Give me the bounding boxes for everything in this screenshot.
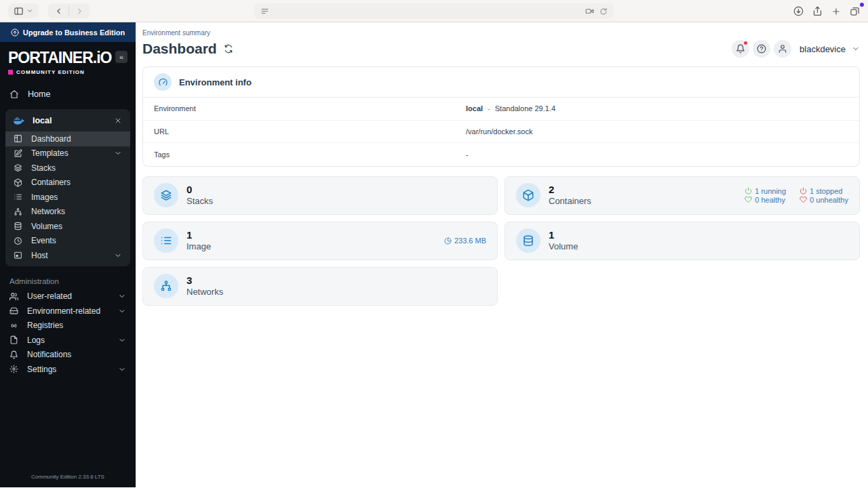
forward-button[interactable] [69, 3, 90, 18]
sidebar-item-environment-related[interactable]: Environment-related [0, 304, 136, 319]
images-label: Image [186, 241, 211, 252]
images-icon [14, 192, 22, 201]
edition-row: COMMUNITY EDITION [0, 66, 136, 75]
sidebar-item-registries[interactable]: Registries [0, 319, 136, 333]
address-bar[interactable] [254, 3, 614, 19]
stacks-icon [160, 189, 172, 201]
downloads-icon[interactable] [793, 6, 804, 16]
volumes-card[interactable]: 1 Volume [505, 222, 860, 260]
sidebar-item-label: Containers [31, 178, 71, 187]
containers-count: 2 [549, 184, 591, 196]
heart-icon [800, 196, 807, 203]
images-card[interactable]: 1 Image 233.6 MB [142, 222, 498, 260]
networks-count: 3 [186, 274, 223, 287]
help-button[interactable] [753, 40, 770, 58]
containers-card[interactable]: 2 Containers 1 running 1 stopped 0 healt… [505, 176, 860, 215]
refresh-icon[interactable] [224, 44, 233, 54]
healthy-stat[interactable]: 0 healthy [745, 196, 786, 204]
sidebar-item-settings[interactable]: Settings [0, 362, 136, 377]
networks-icon-circle [154, 274, 178, 298]
sidebar-item-label: Home [28, 89, 50, 99]
running-stat[interactable]: 1 running [745, 187, 786, 195]
sidebar-toggle-button[interactable] [8, 3, 39, 18]
tags-value: - [466, 150, 469, 159]
stacks-card[interactable]: 0 Stacks [142, 176, 498, 215]
notification-badge [743, 41, 748, 45]
stopped-stat[interactable]: 1 stopped [800, 187, 848, 195]
sidebar-item-host[interactable]: Host [5, 248, 130, 263]
sidebar-item-logs[interactable]: Logs [0, 333, 136, 348]
user-avatar[interactable] [774, 40, 791, 58]
sidebar-item-label: Networks [31, 207, 65, 216]
home-icon [9, 89, 19, 99]
sidebar-item-dashboard[interactable]: Dashboard [5, 131, 130, 146]
sidebar-item-label: Volumes [31, 222, 62, 231]
networks-label: Networks [186, 287, 223, 298]
upgrade-banner[interactable]: Upgrade to Business Edition [0, 22, 136, 42]
main-content: Environment summary Dashboard blackdevic… [136, 22, 868, 487]
stat-label: 0 unhealthy [810, 196, 848, 204]
sidebar-item-volumes[interactable]: Volumes [5, 219, 130, 234]
containers-icon [14, 178, 22, 187]
chevron-down-icon [118, 336, 126, 344]
networks-card[interactable]: 3 Networks [142, 267, 498, 306]
sidebar-item-images[interactable]: Images [5, 190, 130, 205]
tab-overview-icon[interactable] [850, 6, 860, 16]
environment-name-value: local [466, 104, 483, 113]
stacks-label: Stacks [186, 196, 213, 207]
environment-section: local Dashboard Templates Stacks Contain… [5, 109, 130, 266]
reload-icon[interactable] [599, 7, 608, 16]
containers-icon-circle [516, 183, 540, 207]
info-row-tags: Tags - [143, 143, 859, 166]
sidebar-item-containers[interactable]: Containers [5, 176, 130, 190]
url-value: /var/run/docker.sock [466, 127, 532, 136]
environment-header[interactable]: local [5, 109, 130, 131]
sidebar-collapse-button[interactable]: « [115, 51, 127, 63]
notifications-button[interactable] [732, 40, 749, 58]
chevron-down-icon [118, 307, 126, 315]
stacks-count: 0 [186, 184, 213, 196]
new-tab-icon[interactable] [831, 7, 841, 16]
power-icon [745, 187, 752, 195]
sidebar-item-label: Environment-related [27, 306, 100, 316]
help-icon [757, 44, 766, 54]
version-footer: Community Edition 2.33.6 LTS [0, 474, 136, 487]
sidebar-item-user-related[interactable]: User-related [0, 289, 136, 304]
sidebar-item-label: Settings [27, 365, 56, 374]
chevron-down-icon [26, 7, 33, 14]
upgrade-banner-label: Upgrade to Business Edition [23, 28, 125, 37]
sidebar-item-networks[interactable]: Networks [5, 205, 130, 220]
sidebar-item-home[interactable]: Home [0, 87, 136, 102]
share-icon[interactable] [812, 6, 823, 16]
sidebar-item-events[interactable]: Events [5, 234, 130, 249]
back-button[interactable] [48, 3, 68, 18]
environment-info-panel: Environment info Environment local - Sta… [142, 66, 860, 167]
size-label: 233.6 MB [454, 237, 486, 245]
sidebar-item-label: Events [31, 236, 56, 245]
toolbar-actions [793, 0, 860, 22]
close-icon[interactable] [114, 117, 122, 125]
unhealthy-stat[interactable]: 0 unhealthy [800, 196, 848, 204]
dashboard-icon [14, 134, 22, 143]
volumes-label: Volume [549, 241, 578, 252]
privacy-camera-icon[interactable] [585, 7, 594, 16]
host-icon [14, 251, 22, 260]
sidebar: Upgrade to Business Edition PORTAINER.iO… [0, 22, 136, 487]
settings-icon [9, 365, 18, 373]
username: blackdevice [800, 44, 846, 54]
volumes-icon [14, 222, 22, 230]
sidebar-item-notifications[interactable]: Notifications [0, 348, 136, 363]
chevron-down-icon [114, 251, 122, 260]
containers-label: Containers [549, 196, 591, 207]
sidebar-item-label: Logs [27, 336, 45, 345]
power-icon [800, 187, 807, 195]
users-icon [9, 292, 18, 301]
sidebar-item-stacks[interactable]: Stacks [5, 161, 130, 176]
breadcrumb: Environment summary [142, 29, 860, 37]
reader-icon[interactable] [260, 7, 269, 16]
sidebar-item-templates[interactable]: Templates [5, 146, 130, 161]
sidebar-item-label: Notifications [27, 350, 71, 359]
volumes-icon-circle [516, 228, 540, 253]
sidebar-item-label: Images [31, 192, 58, 202]
chevron-down-icon[interactable] [852, 45, 860, 53]
